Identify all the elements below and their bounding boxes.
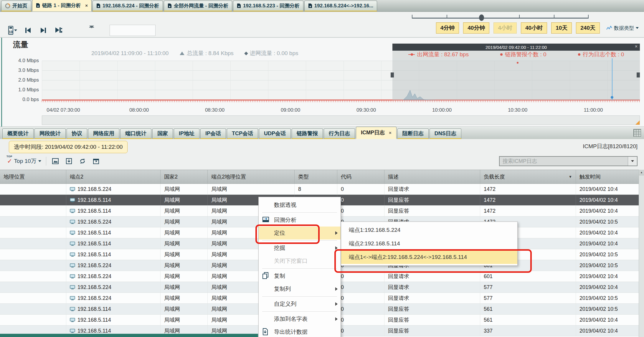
close-icon[interactable]: × <box>635 44 638 49</box>
cell-国家2: 局域网 <box>161 271 208 282</box>
menu-separator <box>262 311 337 312</box>
skip-forward-icon[interactable] <box>39 26 48 35</box>
view-tab-UDP会话[interactable]: UDP会话 <box>259 128 291 139</box>
time-scale-button[interactable]: 240天 <box>576 22 600 34</box>
time-scale-button[interactable]: 10天 <box>551 22 572 34</box>
skip-back-icon[interactable] <box>24 26 32 35</box>
time-scale-button[interactable]: 40分钟 <box>463 22 489 34</box>
menu-item-添加到名字表[interactable]: 添加到名字表 <box>259 313 341 326</box>
column-header-代码[interactable]: 代码 <box>337 170 384 184</box>
menu-item-定位[interactable]: 定位 <box>259 227 341 239</box>
table-vertical-scrollbar[interactable]: ▲ <box>639 170 644 337</box>
cell-端点2地理位置: 局域网 <box>208 184 295 194</box>
column-header-触发时间[interactable]: 触发时间 <box>576 170 639 184</box>
cell-代码: 0 <box>337 282 384 293</box>
time-scale-button[interactable]: 4分钟 <box>436 22 459 34</box>
window-tab[interactable]: 192.168.5.224<->192.16... <box>304 1 377 11</box>
search-input[interactable] <box>500 157 628 166</box>
cell-负载长度: 1472 <box>480 184 576 194</box>
view-tab-协议[interactable]: 协议 <box>67 128 87 139</box>
x-axis-tick: 04/02 07:30:00 <box>47 107 80 113</box>
cell-负载长度: 601 <box>480 271 576 282</box>
submenu-item[interactable]: 端点1<->端点2:192.168.5.224<->192.168.5.114 <box>341 250 517 264</box>
cell-国家2: 局域网 <box>161 206 208 216</box>
computer-icon <box>70 263 75 268</box>
cell-端点2: 192.168.5.114 <box>66 195 161 205</box>
dot-marker-icon <box>578 53 580 56</box>
computer-icon <box>70 285 75 290</box>
view-tab-阻断日志[interactable]: 阻断日志 <box>397 128 429 139</box>
submenu-item[interactable]: 端点2:192.168.5.114 <box>341 237 517 250</box>
view-tab-ICMP日志[interactable]: ICMP日志× <box>356 127 397 139</box>
column-header-国家2[interactable]: 国家2 <box>161 170 208 184</box>
menu-item-挖掘[interactable]: 挖掘 <box>259 242 341 255</box>
menu-item-数据透视[interactable]: 数据透视 <box>259 199 341 212</box>
chart-horizontal-scrollbar[interactable] <box>42 115 640 125</box>
menu-item-导出统计数据[interactable]: 导出统计数据 <box>259 326 341 337</box>
submenu-item[interactable]: 端点1:192.168.5.224 <box>341 223 517 237</box>
view-tab-DNS日志[interactable]: DNS日志 <box>430 128 461 139</box>
table-row[interactable]: 192.168.5.224局域网局域网80回显请求14722019/04/02 … <box>0 184 644 195</box>
selection-header[interactable]: 2019/04/02 09:42:00 - 11:22:00 × <box>392 44 640 51</box>
menu-item-复制[interactable]: 复制 <box>259 270 341 283</box>
skip-to-end-icon[interactable] <box>54 26 63 35</box>
view-tab-国家[interactable]: 国家 <box>152 128 173 139</box>
column-header-label: 端点2 <box>70 173 83 180</box>
view-tab-IP会话[interactable]: IP会话 <box>200 128 226 139</box>
cell-描述: 回显应答 <box>384 315 480 325</box>
menu-item-自定义列[interactable]: 自定义列 <box>259 298 341 310</box>
new-window-icon[interactable] <box>92 157 100 166</box>
view-tab-IP地址[interactable]: IP地址 <box>174 128 199 139</box>
download-icon[interactable] <box>65 157 73 166</box>
x-axis-tick: 10:00:00 <box>432 107 452 113</box>
chart-legend-row: 2019/04/02 11:09:00 - 11:10:00 总流量 : 8.8… <box>91 49 298 57</box>
filter-icon[interactable] <box>87 26 96 35</box>
column-header-描述[interactable]: 描述 <box>384 170 480 184</box>
time-scale-slider[interactable] <box>412 14 589 21</box>
view-tab-网段统计[interactable]: 网段统计 <box>34 128 66 139</box>
export-image-icon[interactable] <box>51 157 60 166</box>
view-tab-链路警报[interactable]: 链路警报 <box>292 128 323 139</box>
time-scale-slider-thumb[interactable] <box>479 14 484 21</box>
close-icon[interactable]: × <box>85 3 88 8</box>
column-header-端点2[interactable]: 端点2 <box>66 170 161 184</box>
refresh-icon[interactable] <box>78 157 87 166</box>
current-time-dot <box>611 96 613 99</box>
window-tab[interactable]: 开始页 <box>1 1 31 11</box>
selection-left-handle[interactable] <box>391 72 394 77</box>
window-tab[interactable]: 链路 1 - 回溯分析× <box>32 0 92 11</box>
grid-view-icon[interactable] <box>633 129 641 137</box>
close-icon[interactable]: × <box>389 130 392 135</box>
scroll-up-icon[interactable]: ▲ <box>639 170 644 175</box>
top-n-dropdown[interactable]: TOP✓ Top 10万 <box>7 157 41 165</box>
time-scale-button[interactable]: 4小时 <box>493 22 517 34</box>
view-tab-行为日志[interactable]: 行为日志 <box>324 128 355 139</box>
window-tab[interactable]: 192.168.5.223 - 回溯分析 <box>233 1 303 11</box>
menu-item-回溯分析[interactable]: 回溯分析 <box>259 214 341 227</box>
traffic-chart-panel: 流量 2019/04/02 11:09:00 - 11:10:00 总流量 : … <box>0 38 644 127</box>
view-tab-端口统计[interactable]: 端口统计 <box>120 128 151 139</box>
computer-icon <box>70 220 75 224</box>
data-type-dropdown[interactable]: 数据类型 <box>606 25 639 32</box>
calendar-icon[interactable]: 10 <box>8 26 17 35</box>
column-header-端点2地理位置[interactable]: 端点2地理位置 <box>208 170 295 184</box>
filter-input[interactable] <box>110 25 156 36</box>
window-tab[interactable]: 192.168.5.224 - 回溯分析 <box>93 1 163 11</box>
column-header-地理位置[interactable]: 地理位置 <box>0 170 66 184</box>
column-header-类型[interactable]: 类型 <box>295 170 337 184</box>
search-dropdown-button[interactable] <box>628 157 637 166</box>
column-header-label: 触发时间 <box>579 173 601 180</box>
legend-behavior-log-count: 行为日志个数 : 0 <box>578 51 624 58</box>
column-header-负载长度[interactable]: 负载长度▼ <box>480 170 576 184</box>
view-tab-概要统计[interactable]: 概要统计 <box>2 128 34 139</box>
view-tab-TCP会话[interactable]: TCP会话 <box>227 128 258 139</box>
window-tab[interactable]: 全部外网流量 - 回溯分析 <box>164 1 232 11</box>
view-tab-网络应用[interactable]: 网络应用 <box>88 128 119 139</box>
window-tab-bar: 开始页链路 1 - 回溯分析×192.168.5.224 - 回溯分析全部外网流… <box>0 0 644 12</box>
selection-right-handle[interactable] <box>637 72 640 77</box>
dot-marker-icon <box>500 53 503 56</box>
triangle-marker-icon <box>180 52 184 55</box>
zero-line-ticks <box>42 100 640 102</box>
menu-item-复制列[interactable]: 复制列 <box>259 283 341 295</box>
time-scale-button[interactable]: 40小时 <box>521 22 547 34</box>
